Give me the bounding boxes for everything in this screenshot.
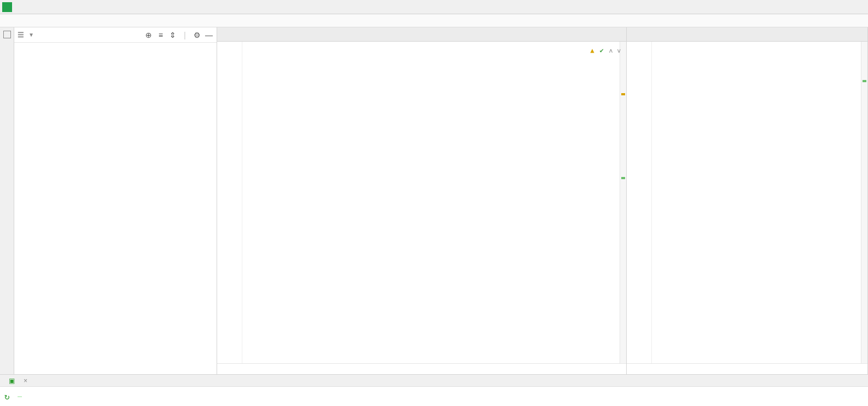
run-tool-bar[interactable]: ▣ × [0, 374, 868, 386]
editor-tabs-right [627, 27, 867, 42]
editor-area: ʌv [217, 27, 868, 374]
editor-pane-right [627, 27, 868, 374]
app-logo-icon [2, 2, 12, 12]
left-tool-gutter [0, 27, 14, 374]
title-bar [0, 0, 868, 14]
code-area[interactable] [242, 42, 626, 363]
console-status-badge [18, 396, 22, 397]
hide-panel-icon[interactable]: — [205, 31, 213, 39]
expand-all-icon[interactable]: ≡ [156, 31, 165, 39]
project-panel-title[interactable]: ☰ ▼ [18, 31, 34, 39]
run-status-icon: ▣ [9, 377, 15, 385]
editor-left[interactable]: ʌv [217, 42, 626, 363]
editor-right[interactable] [627, 42, 867, 363]
line-gutter[interactable] [627, 42, 643, 363]
editor-scrollbar[interactable] [620, 42, 626, 363]
editor-tabs-left [217, 27, 626, 42]
inspection-widget[interactable]: ʌv [590, 43, 621, 59]
locate-icon[interactable]: ⊕ [144, 31, 153, 39]
project-tree[interactable] [14, 43, 217, 374]
fold-gutter[interactable] [234, 42, 242, 363]
editor-breadcrumb-right[interactable] [627, 363, 867, 374]
close-run-tab-icon[interactable]: × [24, 377, 27, 385]
rerun-icon[interactable]: ↻ [4, 391, 10, 402]
line-gutter[interactable] [217, 42, 234, 363]
breadcrumb-bar [0, 14, 868, 27]
divider: | [180, 31, 189, 39]
fold-gutter[interactable] [643, 42, 652, 363]
editor-scrollbar[interactable] [861, 42, 867, 363]
project-panel-header: ☰ ▼ ⊕ ≡ ⇕ | ⚙ — [14, 27, 217, 43]
toolwindow-toggle-icon[interactable] [3, 31, 11, 38]
editor-breadcrumb-left[interactable] [217, 363, 626, 374]
settings-icon[interactable]: ⚙ [192, 31, 201, 39]
editor-pane-left: ʌv [217, 27, 627, 374]
code-area[interactable] [652, 42, 867, 363]
project-panel: ☰ ▼ ⊕ ≡ ⇕ | ⚙ — [14, 27, 217, 374]
console-output[interactable]: ↻ [0, 386, 868, 406]
collapse-all-icon[interactable]: ⇕ [168, 31, 177, 39]
